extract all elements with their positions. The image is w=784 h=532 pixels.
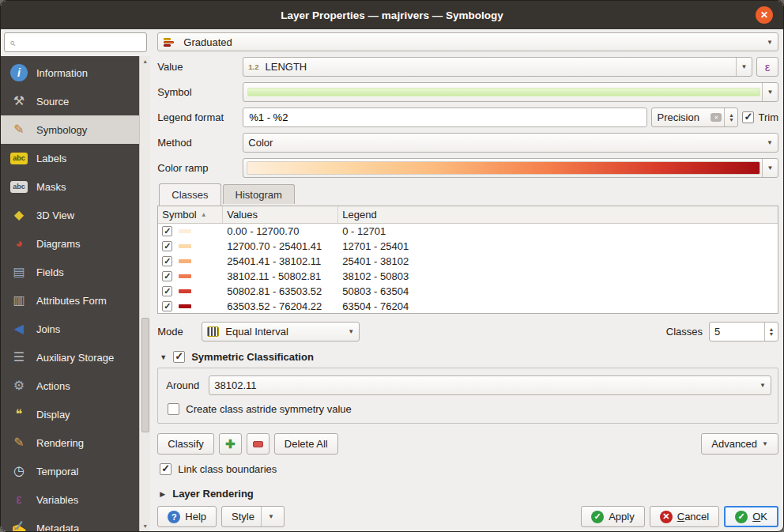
column-legend[interactable]: Legend xyxy=(338,206,778,223)
spin-arrows[interactable]: ▲▼ xyxy=(764,323,778,341)
class-color-swatch[interactable] xyxy=(179,259,191,263)
class-legend[interactable]: 12701 - 25401 xyxy=(338,240,778,252)
scroll-down-icon[interactable]: ▼ xyxy=(142,521,148,531)
chevron-down-icon[interactable]: ▼ xyxy=(762,159,778,177)
class-row[interactable]: 63503.52 - 76204.22 63504 - 76204 xyxy=(158,299,778,314)
mode-select[interactable]: Equal Interval ▼ xyxy=(202,322,360,341)
search-input[interactable] xyxy=(19,37,141,48)
symbol-label: Symbol xyxy=(157,86,243,98)
sidebar-item[interactable]: ε Variables xyxy=(1,485,139,514)
tab[interactable]: Classes xyxy=(159,183,220,206)
class-values[interactable]: 50802.81 - 63503.52 xyxy=(223,285,338,297)
sidebar-item[interactable]: abc Labels xyxy=(1,144,139,172)
scrollbar-thumb[interactable] xyxy=(141,318,149,432)
class-visibility-checkbox[interactable] xyxy=(162,241,172,251)
advanced-button[interactable]: Advanced ▼ xyxy=(701,433,778,455)
expression-builder-button[interactable]: ε xyxy=(756,57,778,77)
sidebar-item[interactable]: ◕ Diagrams xyxy=(1,229,139,258)
equal-interval-icon xyxy=(207,326,219,337)
sidebar-item[interactable]: ◀ Joins xyxy=(1,315,139,343)
sidebar-item[interactable]: ⚙ Actions xyxy=(1,372,139,400)
classes-spinbox[interactable]: 5 ▲▼ xyxy=(709,322,778,341)
class-values[interactable]: 0.00 - 12700.70 xyxy=(223,225,338,237)
column-values[interactable]: Values xyxy=(223,206,338,223)
class-legend[interactable]: 38102 - 50803 xyxy=(338,270,778,282)
chevron-down-icon[interactable]: ▼ xyxy=(762,83,778,101)
class-color-swatch[interactable] xyxy=(179,304,191,308)
sidebar-item[interactable]: ✎ Symbology xyxy=(1,115,139,144)
scroll-up-icon[interactable]: ▲ xyxy=(142,56,148,66)
style-button[interactable]: Style ▼ xyxy=(221,506,285,527)
class-values[interactable]: 63503.52 - 76204.22 xyxy=(223,300,338,312)
sidebar-item[interactable]: ❝ Display xyxy=(1,400,139,428)
help-button[interactable]: ? Help xyxy=(157,506,217,527)
sidebar-item[interactable]: ◷ Temporal xyxy=(1,457,139,485)
sidebar-item[interactable]: i Information xyxy=(1,58,139,87)
spin-arrows[interactable]: ▲▼ xyxy=(724,108,737,126)
sidebar-item[interactable]: ☰ Auxiliary Storage xyxy=(1,343,139,372)
layer-rendering-section[interactable]: ▶ Layer Rendering xyxy=(157,488,778,500)
apply-button[interactable]: ✓ Apply xyxy=(581,506,645,527)
chevron-down-icon: ▼ xyxy=(762,33,778,51)
class-row[interactable]: 38102.11 - 50802.81 38102 - 50803 xyxy=(158,269,778,284)
sidebar-item[interactable]: ⚒ Source xyxy=(1,87,139,115)
variables-icon: ε xyxy=(10,491,28,508)
class-legend[interactable]: 63504 - 76204 xyxy=(338,300,778,312)
class-values[interactable]: 38102.11 - 50802.81 xyxy=(223,270,338,282)
sidebar-item[interactable]: ✎ Rendering xyxy=(1,428,139,457)
around-select[interactable]: 38102.11 ▼ xyxy=(209,375,771,395)
class-visibility-checkbox[interactable] xyxy=(162,301,172,311)
class-row[interactable]: 0.00 - 12700.70 0 - 12701 xyxy=(158,224,778,239)
precision-spinbox[interactable]: Precision ✕ ▲▼ xyxy=(651,108,738,127)
remove-class-button[interactable] xyxy=(247,433,270,455)
method-select[interactable]: Color ▼ xyxy=(243,133,778,153)
class-visibility-checkbox[interactable] xyxy=(162,256,172,266)
class-values[interactable]: 25401.41 - 38102.11 xyxy=(223,255,338,267)
column-symbol[interactable]: Symbol ▲ xyxy=(158,206,223,223)
ok-button[interactable]: ✓ OK xyxy=(724,506,778,527)
class-color-swatch[interactable] xyxy=(179,289,191,293)
epsilon-icon: ε xyxy=(765,60,771,74)
collapse-triangle-icon[interactable]: ▼ xyxy=(160,353,167,361)
class-row[interactable]: 25401.41 - 38102.11 25401 - 38102 xyxy=(158,254,778,269)
sidebar-scrollbar[interactable]: ▲ ▼ xyxy=(139,56,150,531)
symbol-button[interactable]: ▼ xyxy=(243,82,778,102)
delete-all-button[interactable]: Delete All xyxy=(274,433,338,455)
class-visibility-checkbox[interactable] xyxy=(162,271,172,281)
renderer-select[interactable]: Graduated ▼ xyxy=(157,32,778,51)
class-values[interactable]: 12700.70 - 25401.41 xyxy=(223,240,338,252)
sidebar-item[interactable]: ▥ Attributes Form xyxy=(1,286,139,315)
sidebar-item[interactable]: ◆ 3D View xyxy=(1,201,139,229)
class-color-swatch[interactable] xyxy=(179,244,191,248)
collapsed-triangle-icon[interactable]: ▶ xyxy=(160,490,165,498)
search-box[interactable]: ⌕ xyxy=(4,32,147,52)
class-row[interactable]: 50802.81 - 63503.52 50803 - 63504 xyxy=(158,284,778,299)
class-color-swatch[interactable] xyxy=(179,229,191,233)
add-class-button[interactable]: ✚ xyxy=(219,433,242,455)
labels-icon: abc xyxy=(10,153,28,164)
sidebar-item[interactable]: abc Masks xyxy=(1,172,139,201)
classify-button[interactable]: Classify xyxy=(157,433,214,455)
class-legend[interactable]: 50803 - 63504 xyxy=(338,285,778,297)
tab[interactable]: Histogram xyxy=(223,184,295,204)
sidebar-item[interactable]: ▤ Fields xyxy=(1,258,139,286)
sidebar-item-label: Diagrams xyxy=(36,238,81,250)
value-field-select[interactable]: 1.2 LENGTH ▼ xyxy=(243,57,752,77)
close-icon[interactable]: ✕ xyxy=(756,6,773,24)
class-legend[interactable]: 25401 - 38102 xyxy=(338,255,778,267)
color-ramp-button[interactable]: ▼ xyxy=(243,158,778,178)
class-legend[interactable]: 0 - 12701 xyxy=(338,225,778,237)
legend-format-input[interactable] xyxy=(243,108,647,127)
symmetric-classification-checkbox[interactable] xyxy=(173,351,185,363)
class-row[interactable]: 12700.70 - 25401.41 12701 - 25401 xyxy=(158,239,778,254)
symbology-panel: Graduated ▼ Value 1.2 LENGTH ▼ ε xyxy=(150,29,783,531)
class-visibility-checkbox[interactable] xyxy=(162,226,172,236)
trim-checkbox[interactable] xyxy=(742,111,754,123)
sidebar-item[interactable]: ✍ Metadata xyxy=(1,514,139,531)
class-visibility-checkbox[interactable] xyxy=(162,286,172,296)
astride-checkbox[interactable] xyxy=(168,403,179,415)
class-color-swatch[interactable] xyxy=(179,274,191,278)
link-class-boundaries-checkbox[interactable] xyxy=(160,463,172,475)
clear-icon[interactable]: ✕ xyxy=(710,113,722,122)
cancel-button[interactable]: ✕ Cancel xyxy=(650,506,719,527)
